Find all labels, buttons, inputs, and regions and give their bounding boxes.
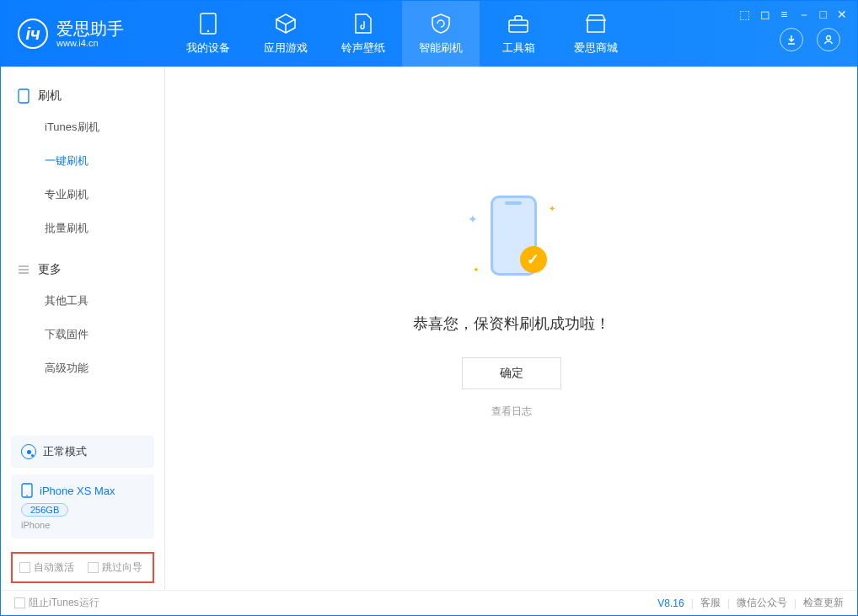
app-url: www.i4.cn [56,38,124,48]
svg-rect-2 [509,20,528,32]
checkbox-label: 阻止iTunes运行 [29,596,99,610]
checkbox-skip-guide[interactable]: 跳过向导 [88,560,142,575]
app-body: 刷机 iTunes刷机 一键刷机 专业刷机 批量刷机 更多 其他工具 下载固件 … [1,67,857,590]
cube-icon [274,12,298,35]
tab-label: 爱思商城 [574,40,618,56]
version-label: V8.16 [657,597,684,609]
feedback-icon[interactable]: ◻ [760,8,770,23]
tab-my-device[interactable]: 我的设备 [169,1,247,67]
maximize-icon[interactable]: □ [820,8,827,23]
wechat-link[interactable]: 微信公众号 [737,596,787,610]
close-icon[interactable]: ✕ [837,8,847,23]
success-illustration: ✦ ✦ ● ✓ [461,187,562,288]
ok-button[interactable]: 确定 [462,357,561,389]
sidebar-item-itunes-flash[interactable]: iTunes刷机 [1,110,164,144]
checkbox-label: 跳过向导 [102,560,142,575]
checkbox-block-itunes[interactable]: 阻止iTunes运行 [14,596,99,610]
tab-label: 铃声壁纸 [341,40,385,56]
sparkle-icon: ✦ [549,204,555,213]
checkbox-box-icon [19,562,30,573]
minimize-icon[interactable]: － [798,8,810,23]
check-update-link[interactable]: 检查更新 [803,596,844,610]
success-message: 恭喜您，保资料刷机成功啦！ [413,313,610,334]
checkbox-box-icon [14,597,25,608]
nav-tabs: 我的设备 应用游戏 铃声壁纸 智能刷机 工具箱 爱思商城 [169,1,635,67]
download-icon[interactable] [780,28,803,51]
header-actions [780,28,840,51]
svg-point-1 [207,30,209,32]
refresh-shield-icon [429,12,453,35]
sidebar-item-pro-flash[interactable]: 专业刷机 [1,178,164,212]
window-controls: ⬚ ◻ ≡ － □ ✕ [739,8,847,23]
sparkle-icon: ● [475,265,479,273]
tab-label: 智能刷机 [419,40,463,56]
sidebar-item-download-firmware[interactable]: 下载固件 [1,318,164,351]
sidebar-section-flash: 刷机 [1,82,164,110]
device-name-label: iPhone XS Max [40,485,115,497]
tab-store[interactable]: 爱思商城 [557,1,635,67]
tab-label: 我的设备 [186,40,230,56]
music-file-icon [351,12,375,35]
flash-options-row: 自动激活 跳过向导 [11,552,154,583]
view-log-link[interactable]: 查看日志 [491,404,532,419]
sidebar-item-batch-flash[interactable]: 批量刷机 [1,212,164,245]
sidebar-section-more: 更多 [1,255,164,284]
svg-point-4 [827,36,831,40]
status-bar: 阻止iTunes运行 V8.16 | 客服 | 微信公众号 | 检查更新 [1,590,857,615]
checkbox-box-icon [88,562,99,573]
list-icon [18,264,29,276]
section-label: 更多 [38,262,62,277]
sidebar-item-other-tools[interactable]: 其他工具 [1,284,164,318]
tab-label: 应用游戏 [264,40,308,56]
phone-icon [21,483,33,498]
svg-point-10 [26,495,28,496]
device-type-label: iPhone [21,520,144,530]
user-icon[interactable] [817,28,840,51]
tab-smart-flash[interactable]: 智能刷机 [402,1,480,67]
tab-label: 工具箱 [502,40,535,56]
tab-apps[interactable]: 应用游戏 [247,1,324,67]
sidebar-item-advanced[interactable]: 高级功能 [1,351,164,385]
support-link[interactable]: 客服 [700,596,721,610]
svg-rect-5 [19,89,29,103]
checkbox-label: 自动激活 [34,560,74,575]
device-mode-box[interactable]: 正常模式 [11,436,154,468]
main-content: ✦ ✦ ● ✓ 恭喜您，保资料刷机成功啦！ 确定 查看日志 [165,67,857,590]
logo-area: iч 爱思助手 www.i4.cn [1,19,169,49]
sparkle-icon: ✦ [468,212,478,226]
mode-status-icon [21,444,36,459]
skin-icon[interactable]: ⬚ [739,8,750,23]
device-icon [196,12,220,35]
section-label: 刷机 [38,88,62,104]
app-logo-icon: iч [18,19,48,49]
mode-label: 正常模式 [43,444,87,459]
device-info-box[interactable]: iPhone XS Max 256GB iPhone [11,474,154,538]
sidebar-item-one-click[interactable]: 一键刷机 [1,144,164,178]
device-capacity-badge: 256GB [21,503,68,517]
tab-ringtones[interactable]: 铃声壁纸 [324,1,402,67]
checkmark-badge-icon: ✓ [520,246,547,273]
sidebar: 刷机 iTunes刷机 一键刷机 专业刷机 批量刷机 更多 其他工具 下载固件 … [1,67,165,590]
footer-links: V8.16 | 客服 | 微信公众号 | 检查更新 [657,596,844,610]
store-icon [584,12,608,35]
toolbox-icon [507,12,530,35]
phone-outline-icon [18,88,29,104]
app-header: iч 爱思助手 www.i4.cn 我的设备 应用游戏 铃声壁纸 智能刷机 工具… [1,1,857,67]
tab-toolbox[interactable]: 工具箱 [480,1,557,67]
app-name: 爱思助手 [56,19,124,38]
menu-icon[interactable]: ≡ [780,8,787,23]
checkbox-auto-activate[interactable]: 自动激活 [19,560,74,575]
